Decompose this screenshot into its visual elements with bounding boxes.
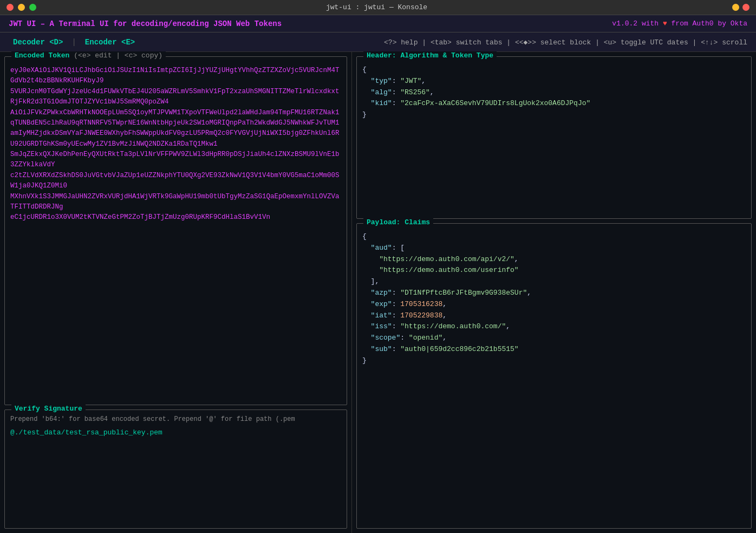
- payload-exp-key: "exp": [371, 300, 392, 308]
- payload-aud-val2: "https://demo.auth0.com/userinfo": [379, 266, 518, 274]
- payload-azp-key: "azp": [371, 289, 392, 297]
- payload-iat-val: 1705229838: [400, 311, 442, 320]
- maximize-button[interactable]: [29, 4, 36, 11]
- close-button[interactable]: [6, 4, 14, 11]
- payload-iat-key: "iat": [371, 311, 392, 320]
- encoded-token-actions: (<e> edit | <c> copy): [74, 51, 162, 60]
- encoded-token-label: Encoded Token: [15, 51, 69, 60]
- encoded-token-title: Encoded Token (<e> edit | <c> copy): [11, 51, 166, 60]
- header-kid-val: "2caFcPx-aXaC6SevhV79UDIrs8LgUok2xo0A6DJ…: [400, 99, 590, 107]
- app-title: JWT UI – A Terminal UI for decoding/enco…: [9, 20, 282, 28]
- payload-iss-val: "https://demo.auth0.com/": [400, 322, 506, 330]
- encoded-token-section: Encoded Token (<e> edit | <c> copy) eyJ0…: [4, 56, 347, 405]
- payload-aud-val1: "https://demo.auth0.com/api/v2/": [379, 255, 514, 263]
- header-close-brace: }: [362, 110, 367, 119]
- payload-label: Payload: Claims: [367, 218, 430, 226]
- right-panel: Header: Algorithm & Token Type { "typ": …: [352, 52, 756, 533]
- menu-bar: Decoder <D> | Encoder <E> <?> help | <ta…: [0, 32, 756, 52]
- payload-exp-val: 1705316238: [400, 300, 442, 308]
- win-btn-2[interactable]: [742, 4, 750, 11]
- payload-close-brace: }: [362, 356, 367, 365]
- minimize-button[interactable]: [18, 4, 25, 11]
- payload-scope-key: "scope": [371, 334, 401, 342]
- header-json-content: { "typ": "JWT", "alg": "RS256", "kid": "…: [357, 57, 751, 198]
- verify-signature-title: Verify Signature: [11, 405, 86, 413]
- decoder-tab[interactable]: Decoder <D>: [9, 36, 67, 49]
- window-chrome: jwt-ui : jwtui — Konsole: [0, 0, 756, 15]
- header-kid-key: "kid": [371, 99, 392, 107]
- encoder-tab[interactable]: Encoder <E>: [81, 36, 139, 49]
- payload-aud-key: "aud": [371, 244, 392, 252]
- tab-divider: |: [71, 38, 76, 47]
- help-text: <?> help | <tab> switch tabs | <<◆>> sel…: [384, 38, 747, 47]
- header-label: Header: Algorithm & Token Type: [367, 51, 493, 60]
- payload-azp-val: "DT1NfPftcB6rJFtBgmv9G938eSUr": [400, 289, 527, 297]
- verify-signature-section: Verify Signature Prepend 'b64:' for base…: [4, 410, 347, 529]
- encoded-token-content[interactable]: eyJ0eXAiOiJKV1QiLCJhbGciOiJSUzI1NiIsImtp…: [5, 57, 347, 339]
- payload-open-brace: {: [362, 232, 367, 240]
- header-typ-key: "typ": [371, 77, 392, 85]
- payload-sub-key: "sub": [371, 345, 392, 353]
- app-version: v1.0.2 with ♥ from Auth0 by Okta: [612, 20, 747, 28]
- header-alg-val: "RS256": [400, 88, 430, 96]
- payload-section: Payload: Claims { "aud": [ "https://demo…: [356, 223, 752, 529]
- payload-scope-val: "openid": [409, 334, 442, 342]
- left-panel: Encoded Token (<e> edit | <c> copy) eyJ0…: [0, 52, 352, 533]
- menu-tabs: Decoder <D> | Encoder <E>: [9, 36, 139, 49]
- payload-sub-val: "auth0|659d2cc896c2b21b5515": [400, 345, 518, 353]
- header-title: Header: Algorithm & Token Type: [363, 51, 497, 60]
- heart-icon: ♥: [663, 20, 667, 28]
- payload-title: Payload: Claims: [363, 218, 433, 226]
- payload-iss-key: "iss": [371, 322, 392, 330]
- header-section: Header: Algorithm & Token Type { "typ": …: [356, 56, 752, 219]
- menu-help: <?> help | <tab> switch tabs | <<◆>> sel…: [384, 38, 747, 47]
- win-btn-1[interactable]: [732, 4, 739, 11]
- verify-label: Verify Signature: [15, 405, 82, 413]
- main-content: Encoded Token (<e> edit | <c> copy) eyJ0…: [0, 52, 756, 533]
- header-typ-val: "JWT": [400, 77, 421, 85]
- header-open-brace: {: [362, 66, 367, 74]
- window-title: jwt-ui : jwtui — Konsole: [41, 3, 713, 11]
- payload-json-content: { "aud": [ "https://demo.auth0.com/api/v…: [357, 224, 751, 419]
- header-alg-key: "alg": [371, 88, 392, 96]
- title-bar: JWT UI – A Terminal UI for decoding/enco…: [0, 15, 756, 32]
- verify-input[interactable]: @./test_data/test_rsa_public_key.pem: [5, 425, 347, 506]
